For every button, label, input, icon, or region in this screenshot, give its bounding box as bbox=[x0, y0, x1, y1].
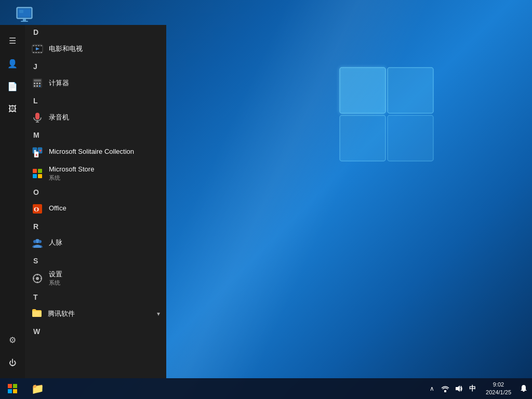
solitaire-info: Microsoft Solitaire Collection bbox=[49, 148, 134, 156]
app-item-store[interactable]: Microsoft Store 系统 bbox=[25, 162, 166, 185]
taskbar-clock[interactable]: 9:02 2024/1/25 bbox=[482, 381, 515, 397]
section-letter-m: M bbox=[25, 128, 166, 141]
app-folder-tencent[interactable]: 腾讯软件 ▾ bbox=[25, 303, 166, 324]
sidebar-user[interactable]: 👤 bbox=[2, 53, 23, 74]
app-item-office[interactable]: O Office bbox=[25, 198, 166, 219]
power-icon: ⏻ bbox=[9, 358, 16, 367]
ime-indicator: 中 bbox=[469, 384, 476, 393]
svg-rect-55 bbox=[13, 384, 17, 388]
section-letter-d: D bbox=[25, 25, 166, 38]
document-icon: 📄 bbox=[7, 82, 18, 91]
store-name: Microsoft Store bbox=[49, 165, 94, 174]
movies-icon bbox=[31, 43, 44, 55]
svg-rect-29 bbox=[39, 85, 41, 87]
section-letter-l: L bbox=[25, 94, 166, 107]
start-menu: ☰ 👤 📄 🖼 ⚙ ⏻ D bbox=[0, 25, 166, 378]
movies-info: 电影和电视 bbox=[49, 45, 83, 54]
svg-rect-54 bbox=[8, 384, 12, 388]
svg-rect-16 bbox=[41, 45, 42, 46]
app-item-settings[interactable]: 设置 系统 bbox=[25, 267, 166, 290]
settings-icon: ⚙ bbox=[9, 335, 16, 345]
store-info: Microsoft Store 系统 bbox=[49, 165, 94, 182]
svg-rect-42 bbox=[38, 174, 42, 178]
settings-name: 设置 bbox=[49, 270, 62, 279]
app-item-calculator[interactable]: 计算器 bbox=[25, 73, 166, 94]
svg-rect-17 bbox=[33, 52, 34, 53]
svg-text:O: O bbox=[34, 205, 39, 213]
recorder-info: 录音机 bbox=[49, 113, 69, 122]
clock-time: 9:02 bbox=[493, 381, 504, 389]
tray-volume[interactable] bbox=[454, 383, 464, 394]
store-sub: 系统 bbox=[49, 174, 94, 182]
people-info: 人脉 bbox=[49, 238, 62, 247]
notification-button[interactable] bbox=[515, 378, 532, 399]
section-letter-s: S bbox=[25, 254, 166, 267]
settings-icon-app bbox=[31, 272, 44, 285]
section-letter-o: O bbox=[25, 185, 166, 198]
svg-rect-28 bbox=[36, 85, 38, 87]
svg-rect-1 bbox=[388, 68, 433, 113]
volume-icon bbox=[455, 384, 463, 393]
desktop: 此电脑 ☰ 👤 📄 🖼 ⚙ ⏻ bbox=[0, 0, 532, 399]
svg-rect-15 bbox=[38, 45, 39, 46]
svg-rect-41 bbox=[33, 174, 37, 178]
sidebar-power[interactable]: ⏻ bbox=[2, 352, 23, 373]
sidebar-document[interactable]: 📄 bbox=[2, 76, 23, 97]
svg-rect-30 bbox=[35, 113, 39, 119]
svg-rect-40 bbox=[38, 169, 42, 173]
section-letter-j: J bbox=[25, 59, 166, 73]
start-button[interactable] bbox=[0, 378, 25, 399]
solitaire-icon: ♠ ♥ ♦ bbox=[31, 145, 44, 158]
office-info: Office bbox=[49, 204, 66, 213]
svg-rect-20 bbox=[41, 52, 42, 53]
svg-rect-0 bbox=[340, 68, 385, 113]
photos-icon: 🖼 bbox=[8, 104, 17, 114]
calculator-info: 计算器 bbox=[49, 79, 69, 88]
svg-rect-2 bbox=[340, 115, 385, 161]
tencent-folder-name: 腾讯软件 bbox=[48, 309, 75, 318]
svg-rect-25 bbox=[36, 83, 38, 84]
clock-date: 2024/1/25 bbox=[486, 389, 511, 396]
notification-icon bbox=[520, 384, 528, 393]
svg-rect-9 bbox=[19, 10, 23, 13]
people-name: 人脉 bbox=[49, 238, 62, 247]
svg-point-49 bbox=[36, 277, 39, 280]
svg-text:♦: ♦ bbox=[35, 152, 38, 157]
sidebar-settings[interactable]: ⚙ bbox=[2, 329, 23, 350]
svg-point-47 bbox=[38, 240, 42, 243]
calculator-icon bbox=[31, 77, 44, 89]
svg-rect-26 bbox=[39, 83, 41, 84]
office-name: Office bbox=[49, 204, 66, 213]
taskbar: 📁 ∧ 中 9 bbox=[0, 378, 532, 399]
file-explorer-taskbar[interactable]: 📁 bbox=[25, 378, 50, 399]
svg-rect-51 bbox=[37, 282, 38, 283]
movies-name: 电影和电视 bbox=[49, 45, 83, 54]
tray-chevron[interactable]: ∧ bbox=[427, 383, 437, 394]
svg-rect-13 bbox=[33, 45, 34, 46]
svg-rect-27 bbox=[34, 85, 35, 87]
app-item-recorder[interactable]: 录音机 bbox=[25, 107, 166, 128]
app-item-solitaire[interactable]: ♠ ♥ ♦ Microsoft Solitaire Collection bbox=[25, 141, 166, 162]
sidebar-hamburger[interactable]: ☰ bbox=[2, 30, 23, 51]
sidebar-photos[interactable]: 🖼 bbox=[2, 99, 23, 119]
svg-rect-58 bbox=[444, 390, 446, 392]
folder-taskbar-icon: 📁 bbox=[31, 382, 44, 395]
app-item-movies[interactable]: 电影和电视 bbox=[25, 38, 166, 59]
recorder-icon bbox=[31, 111, 44, 124]
tray-network[interactable] bbox=[440, 383, 450, 394]
settings-sub: 系统 bbox=[49, 279, 62, 287]
svg-marker-59 bbox=[456, 385, 460, 392]
svg-text:♥: ♥ bbox=[39, 148, 42, 153]
section-letter-r: R bbox=[25, 219, 166, 233]
tray-ime[interactable]: 中 bbox=[467, 383, 477, 394]
settings-info: 设置 系统 bbox=[49, 270, 62, 287]
windows-start-icon bbox=[8, 384, 17, 393]
svg-rect-18 bbox=[35, 52, 37, 53]
this-pc-icon bbox=[14, 5, 35, 26]
start-app-list: D bbox=[25, 25, 166, 378]
section-letter-t: T bbox=[25, 290, 166, 303]
user-icon: 👤 bbox=[7, 59, 18, 69]
svg-rect-7 bbox=[21, 21, 28, 22]
start-sidebar: ☰ 👤 📄 🖼 ⚙ ⏻ bbox=[0, 25, 25, 378]
app-item-people[interactable]: 人脉 bbox=[25, 233, 166, 254]
